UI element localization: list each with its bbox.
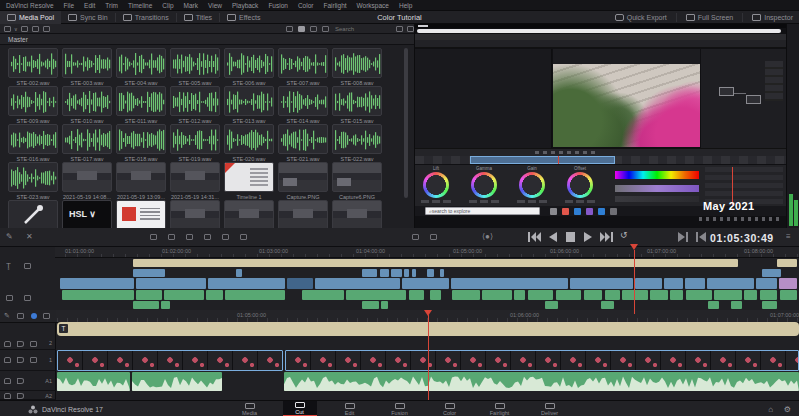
media-clip[interactable]: STE-005.wav: [170, 48, 220, 86]
page-tab-color[interactable]: Color: [433, 401, 467, 416]
lock-icon[interactable]: [4, 357, 11, 363]
color-wheel-offset[interactable]: [567, 172, 593, 198]
media-clip[interactable]: STE-020.wav: [224, 124, 274, 162]
media-clip[interactable]: STE-007.wav: [278, 48, 328, 86]
timeline-clip[interactable]: [208, 278, 285, 289]
media-clip[interactable]: STE-019.wav: [170, 124, 220, 162]
menu-item-view[interactable]: View: [208, 2, 222, 9]
track-header-a1[interactable]: A1: [0, 372, 56, 391]
camera-icon[interactable]: [24, 295, 31, 301]
lock-icon[interactable]: [4, 341, 11, 347]
timeline-clip[interactable]: [315, 278, 400, 289]
video-clip-filmstrip[interactable]: [285, 350, 799, 371]
marker-pen-icon[interactable]: ✎: [6, 232, 13, 241]
media-clip[interactable]: [8, 200, 58, 228]
media-clip[interactable]: [170, 200, 220, 228]
media-clip[interactable]: STE-014.wav: [278, 86, 328, 124]
timeline-clip[interactable]: [601, 301, 614, 309]
timeline-clip[interactable]: [744, 290, 757, 300]
timeline-clip[interactable]: [760, 290, 777, 300]
timeline-clip[interactable]: [545, 301, 558, 309]
settings-gear-icon[interactable]: ⚙: [784, 405, 791, 414]
text-tool-icon[interactable]: T̥: [6, 261, 11, 270]
audio-clip-waveform[interactable]: [57, 372, 130, 391]
timeline-clip[interactable]: [287, 278, 313, 289]
metadata-view-icon[interactable]: [286, 26, 293, 32]
media-clip[interactable]: STE-013.wav: [224, 86, 274, 124]
strip-view-icon[interactable]: [310, 26, 317, 32]
media-clip[interactable]: STE-004.wav: [116, 48, 166, 86]
timeline-clip[interactable]: [164, 290, 204, 300]
media-clip[interactable]: STE-017.wav: [62, 124, 112, 162]
playhead-overview[interactable]: [634, 250, 635, 314]
media-clip[interactable]: Timeline 1: [224, 162, 274, 200]
timeline-clip[interactable]: [779, 278, 797, 289]
media-clip[interactable]: STE-003.wav: [62, 48, 112, 86]
timeline-clip[interactable]: [133, 301, 159, 309]
timeline-clip[interactable]: [762, 301, 777, 309]
menu-item-fusion[interactable]: Fusion: [268, 2, 288, 9]
timeline-clip[interactable]: [528, 290, 553, 300]
timeline-area[interactable]: 01:01:00:0001:02:00:0001:03:00:0001:04:0…: [0, 247, 799, 400]
play-reverse-icon[interactable]: [549, 232, 557, 242]
timeline-clip[interactable]: [451, 278, 568, 289]
speaker-icon[interactable]: [17, 393, 24, 399]
timeline-clip[interactable]: [756, 278, 777, 289]
menu-item-timeline[interactable]: Timeline: [128, 2, 152, 9]
color-wheel-gamma[interactable]: [471, 172, 497, 198]
menu-item-workspace[interactable]: Workspace: [357, 2, 389, 9]
bin-breadcrumb[interactable]: Master: [0, 34, 415, 45]
viewer-video-frame[interactable]: LiftGammaGainOffset ⌕ search to explore …: [415, 24, 786, 228]
media-clip[interactable]: STE-006.wav: [224, 48, 274, 86]
mixer-icon[interactable]: [430, 234, 437, 240]
clip-color-icon[interactable]: [204, 234, 211, 240]
pen-tool-icon[interactable]: ✎: [4, 312, 10, 320]
speaker-icon[interactable]: [17, 357, 24, 363]
timeline-clip[interactable]: [707, 278, 754, 289]
timeline-clip[interactable]: [60, 278, 134, 289]
timeline-clip[interactable]: [391, 269, 402, 277]
timeline-clip[interactable]: [556, 290, 581, 300]
media-clip[interactable]: [116, 200, 166, 228]
sort-icon[interactable]: [396, 26, 403, 32]
media-clip[interactable]: 2021-05-19 13:09...: [116, 162, 166, 200]
timeline-clip[interactable]: [136, 278, 206, 289]
timeline-clip[interactable]: [685, 278, 705, 289]
timeline-clip[interactable]: [409, 290, 424, 300]
monitor-icon[interactable]: [30, 341, 37, 347]
timeline-clip[interactable]: [605, 290, 620, 300]
home-icon[interactable]: ⌂: [768, 405, 773, 414]
timeline-clip[interactable]: [402, 278, 449, 289]
timeline-clip[interactable]: [777, 259, 797, 267]
audio-trim-toggle[interactable]: [31, 313, 37, 319]
timeline-clip[interactable]: [440, 269, 444, 277]
page-tab-fusion[interactable]: Fusion: [383, 401, 417, 416]
timeline-clip[interactable]: [404, 269, 409, 277]
page-tab-fairlight[interactable]: Fairlight: [483, 401, 517, 416]
razor-tool-icon[interactable]: ✕: [26, 232, 33, 241]
go-to-start-icon[interactable]: [528, 232, 541, 242]
tracks-option-icon[interactable]: [24, 263, 31, 269]
record-icon[interactable]: ⟨●⟩: [482, 232, 493, 241]
media-clip[interactable]: [332, 200, 382, 228]
go-to-end-icon[interactable]: [600, 232, 613, 242]
timeline-clip[interactable]: [622, 290, 648, 300]
media-clip[interactable]: STE-016.wav: [8, 124, 58, 162]
inspector-button[interactable]: Inspector: [750, 11, 795, 24]
timeline-clip[interactable]: [62, 290, 134, 300]
timeline-clip[interactable]: [362, 301, 379, 309]
page-tab-edit[interactable]: Edit: [333, 401, 367, 416]
media-clip[interactable]: STE-002.wav: [8, 48, 58, 86]
timeline-clip[interactable]: [206, 290, 223, 300]
snap-icon[interactable]: [150, 234, 157, 240]
timeline-clip[interactable]: [412, 269, 416, 277]
timeline-clip[interactable]: [570, 278, 633, 289]
timeline-clip[interactable]: [430, 290, 441, 300]
timeline-clip[interactable]: [302, 290, 344, 300]
trim-tool-icon[interactable]: [17, 313, 24, 319]
timeline-tracks[interactable]: T: [0, 247, 799, 400]
color-wheel-lift[interactable]: [423, 172, 449, 198]
timeline-clip[interactable]: [664, 278, 683, 289]
timeline-clip[interactable]: [714, 290, 742, 300]
timeline-clip[interactable]: [427, 269, 434, 277]
